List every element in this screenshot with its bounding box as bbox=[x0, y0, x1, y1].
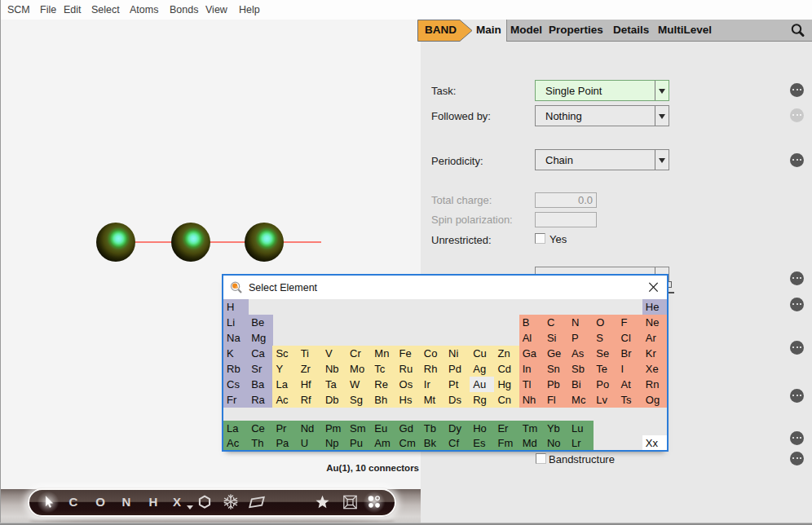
element-pr[interactable]: Pr bbox=[272, 421, 298, 435]
element-bi[interactable]: Bi bbox=[568, 377, 594, 392]
more-options-button[interactable] bbox=[790, 298, 804, 311]
atom-au[interactable] bbox=[96, 223, 135, 262]
element-tl[interactable]: Tl bbox=[519, 377, 545, 392]
element-zn[interactable]: Zn bbox=[494, 346, 519, 361]
element-md[interactable]: Md bbox=[519, 435, 545, 450]
element-mc[interactable]: Mc bbox=[568, 392, 594, 408]
more-options-button[interactable] bbox=[790, 452, 804, 465]
search-icon[interactable] bbox=[786, 20, 809, 41]
element-be[interactable]: Be bbox=[248, 315, 273, 330]
element-hs[interactable]: Hs bbox=[396, 392, 421, 408]
element-cu[interactable]: Cu bbox=[470, 346, 495, 361]
element-pd[interactable]: Pd bbox=[445, 361, 470, 377]
total-charge-input[interactable]: 0.0 bbox=[535, 192, 597, 208]
element-dy[interactable]: Dy bbox=[445, 421, 470, 435]
element-cr[interactable]: Cr bbox=[346, 346, 372, 361]
menu-help[interactable]: Help bbox=[239, 4, 260, 15]
element-xe[interactable]: Xe bbox=[642, 361, 667, 377]
element-lu[interactable]: Lu bbox=[568, 421, 594, 435]
crystal-tool[interactable] bbox=[219, 490, 242, 514]
element-rg[interactable]: Rg bbox=[470, 392, 495, 408]
element-db[interactable]: Db bbox=[322, 392, 347, 408]
element-x-tool[interactable]: X bbox=[165, 490, 188, 514]
element-mt[interactable]: Mt bbox=[421, 392, 446, 408]
oxygen-tool[interactable]: O bbox=[89, 490, 112, 514]
element-ta[interactable]: Ta bbox=[322, 377, 347, 392]
element-th[interactable]: Th bbox=[248, 435, 273, 450]
element-h[interactable]: H bbox=[223, 299, 249, 315]
element-in[interactable]: In bbox=[519, 361, 545, 377]
element-v[interactable]: V bbox=[322, 346, 347, 361]
dialog-titlebar[interactable]: Select Element bbox=[223, 276, 667, 299]
element-se[interactable]: Se bbox=[593, 346, 618, 361]
element-ar[interactable]: Ar bbox=[642, 330, 667, 346]
element-gd[interactable]: Gd bbox=[396, 421, 421, 435]
element-ti[interactable]: Ti bbox=[298, 346, 323, 361]
element-au[interactable]: Au bbox=[470, 377, 495, 392]
element-at[interactable]: At bbox=[618, 377, 643, 392]
more-options-button[interactable] bbox=[790, 108, 804, 122]
more-options-button[interactable] bbox=[790, 83, 804, 97]
element-ca[interactable]: Ca bbox=[248, 346, 273, 361]
element-np[interactable]: Np bbox=[322, 435, 347, 450]
more-options-button[interactable] bbox=[790, 153, 804, 167]
element-y[interactable]: Y bbox=[272, 361, 298, 377]
element-rf[interactable]: Rf bbox=[298, 392, 323, 408]
element-sr[interactable]: Sr bbox=[248, 361, 273, 377]
element-pa[interactable]: Pa bbox=[272, 435, 298, 450]
element-hf[interactable]: Hf bbox=[298, 377, 323, 392]
element-ag[interactable]: Ag bbox=[470, 361, 495, 377]
element-br[interactable]: Br bbox=[618, 346, 643, 361]
element-ir[interactable]: Ir bbox=[421, 377, 446, 392]
element-mn[interactable]: Mn bbox=[371, 346, 396, 361]
element-po[interactable]: Po bbox=[593, 377, 618, 392]
element-re[interactable]: Re bbox=[371, 377, 396, 392]
nitrogen-tool[interactable]: N bbox=[115, 490, 138, 514]
element-co[interactable]: Co bbox=[421, 346, 446, 361]
more-options-button[interactable] bbox=[790, 271, 804, 285]
element-cf[interactable]: Cf bbox=[445, 435, 470, 450]
element-tm[interactable]: Tm bbox=[519, 421, 545, 435]
element-og[interactable]: Og bbox=[642, 392, 667, 408]
element-no[interactable]: No bbox=[544, 435, 569, 450]
element-o[interactable]: O bbox=[593, 315, 618, 330]
element-cd[interactable]: Cd bbox=[494, 361, 519, 377]
element-nh[interactable]: Nh bbox=[519, 392, 545, 408]
element-sg[interactable]: Sg bbox=[346, 392, 372, 408]
tab-model[interactable]: Model bbox=[510, 24, 542, 36]
element-sb[interactable]: Sb bbox=[568, 361, 594, 377]
element-sm[interactable]: Sm bbox=[346, 421, 372, 435]
element-mo[interactable]: Mo bbox=[346, 361, 372, 377]
periodicity-dropdown[interactable]: Chain bbox=[535, 149, 669, 170]
element-pb[interactable]: Pb bbox=[544, 377, 569, 392]
carbon-tool[interactable]: C bbox=[62, 490, 85, 514]
tab-properties[interactable]: Properties bbox=[549, 24, 603, 36]
more-options-button[interactable] bbox=[790, 431, 804, 445]
element-ba[interactable]: Ba bbox=[248, 377, 273, 392]
menu-select[interactable]: Select bbox=[91, 4, 120, 15]
element-xx[interactable]: Xx bbox=[642, 435, 667, 450]
tab-main[interactable]: Main bbox=[476, 24, 501, 36]
menu-atoms[interactable]: Atoms bbox=[130, 4, 158, 15]
element-n[interactable]: N bbox=[568, 315, 594, 330]
element-cm[interactable]: Cm bbox=[396, 435, 421, 450]
ring-tool[interactable] bbox=[193, 490, 216, 514]
element-cs[interactable]: Cs bbox=[223, 377, 249, 392]
element-ni[interactable]: Ni bbox=[445, 346, 470, 361]
element-pm[interactable]: Pm bbox=[322, 421, 347, 435]
element-eu[interactable]: Eu bbox=[371, 421, 396, 435]
star-tool[interactable] bbox=[311, 490, 333, 514]
element-ra[interactable]: Ra bbox=[248, 392, 273, 408]
element-ne[interactable]: Ne bbox=[642, 315, 667, 330]
element-te[interactable]: Te bbox=[593, 361, 618, 377]
element-tc[interactable]: Tc bbox=[371, 361, 396, 377]
element-la[interactable]: La bbox=[272, 377, 298, 392]
element-pu[interactable]: Pu bbox=[346, 435, 372, 450]
menu-file[interactable]: File bbox=[40, 4, 56, 15]
element-kr[interactable]: Kr bbox=[642, 346, 667, 361]
menu-edit[interactable]: Edit bbox=[64, 4, 82, 15]
element-hg[interactable]: Hg bbox=[494, 377, 519, 392]
atom-au[interactable] bbox=[171, 223, 210, 262]
element-u[interactable]: U bbox=[298, 435, 323, 450]
element-ce[interactable]: Ce bbox=[248, 421, 273, 435]
